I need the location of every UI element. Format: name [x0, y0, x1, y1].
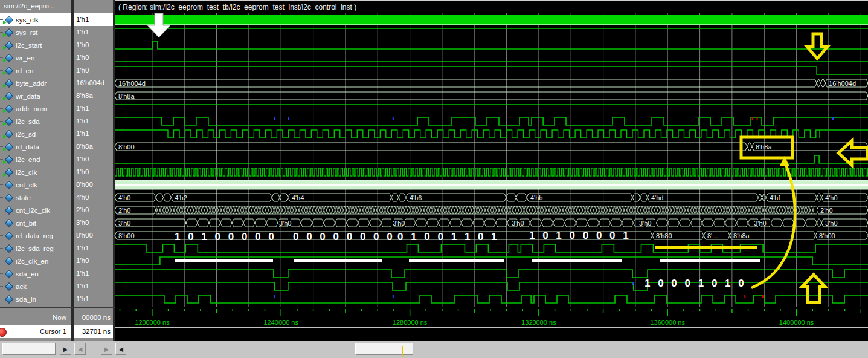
svg-text:1360000 ns: 1360000 ns	[650, 319, 685, 326]
names-scroll-thumb[interactable]	[2, 343, 56, 355]
white-underline-bar	[175, 259, 273, 262]
svg-text:3'h0: 3'h0	[118, 220, 130, 227]
binary-annotation-text: 1 0 1 0 0 0 0 0	[175, 231, 277, 242]
svg-text:8'h00: 8'h00	[118, 232, 135, 239]
svg-text:2'h0: 2'h0	[820, 207, 832, 214]
binary-annotation-text: 1 0 1 0 0 0 0 1	[529, 230, 631, 241]
values-scroll-left-button[interactable]: ◀	[74, 343, 86, 355]
svg-text:4'h0: 4'h0	[825, 194, 837, 201]
svg-text:8'h8a: 8'h8a	[733, 232, 750, 239]
svg-text:1400000 ns: 1400000 ns	[779, 319, 814, 326]
svg-text:4'h4: 4'h4	[292, 194, 304, 201]
svg-text:3'h0: 3'h0	[754, 220, 766, 227]
svg-text:3'h0: 3'h0	[825, 220, 837, 227]
svg-text:3'h0: 3'h0	[512, 220, 524, 227]
svg-text:4'h0: 4'h0	[118, 194, 130, 201]
waveform-canvas[interactable]: 16'h004d16'h004d8'h8a8'h008'h8a4'h04'h24…	[0, 0, 868, 358]
binary-annotation-text: 0 0 0 0 0 0 0 0	[293, 231, 395, 242]
svg-text:2'h0: 2'h0	[118, 207, 130, 214]
svg-text:3'h0: 3'h0	[639, 220, 651, 227]
bottom-scrollbar-row: ▶ ◀ ▶ ◀	[0, 341, 868, 358]
white-underline-bar	[294, 259, 382, 262]
svg-text:16'h004d: 16'h004d	[829, 80, 856, 87]
svg-text:1240000 ns: 1240000 ns	[263, 319, 298, 326]
svg-text:16'h004d: 16'h004d	[118, 80, 146, 87]
svg-text:8'...: 8'...	[707, 232, 718, 239]
svg-text:4'hf: 4'hf	[770, 194, 780, 201]
svg-text:8'h00: 8'h00	[118, 143, 135, 151]
values-scroll-right-button[interactable]: ▶	[101, 343, 112, 355]
modelsim-wave-window: { "left_panel": { "header": "sim:/i2c_ee…	[0, 0, 868, 358]
white-underline-bar	[660, 259, 760, 262]
scroll-cursor-indicator	[402, 346, 403, 357]
svg-text:8'h8a: 8'h8a	[756, 143, 772, 151]
svg-text:4'h6: 4'h6	[410, 194, 422, 201]
wave-row-cnt_clk[interactable]	[115, 180, 868, 189]
svg-text:8'h8a: 8'h8a	[118, 93, 135, 100]
svg-text:1280000 ns: 1280000 ns	[393, 319, 428, 326]
svg-text:3'h0: 3'h0	[279, 220, 291, 227]
white-underline-bar	[532, 259, 622, 262]
svg-text:4'hd: 4'hd	[651, 194, 663, 201]
svg-text:3'h0: 3'h0	[393, 220, 405, 227]
wave-scroll-thumb[interactable]	[355, 343, 413, 355]
wave-scroll-left-button[interactable]: ◀	[115, 343, 126, 355]
names-scroll-right-button[interactable]: ▶	[60, 343, 71, 355]
yellow-underline-bar	[655, 246, 757, 249]
svg-text:4'hb: 4'hb	[530, 194, 542, 201]
binary-annotation-text: 1 0 0 0 1 0 1 0	[645, 278, 747, 289]
svg-text:1200000 ns: 1200000 ns	[135, 319, 170, 326]
wave-row-sys_clk[interactable]	[115, 15, 868, 25]
svg-text:1320000 ns: 1320000 ns	[521, 319, 556, 326]
svg-text:8'h80: 8'h80	[656, 232, 672, 239]
svg-text:4'h2: 4'h2	[175, 194, 187, 201]
white-underline-bar	[409, 259, 504, 262]
binary-annotation-text: 0 1 0 0 1 1 0 1	[397, 231, 500, 242]
svg-text:8'h00: 8'h00	[819, 232, 835, 239]
